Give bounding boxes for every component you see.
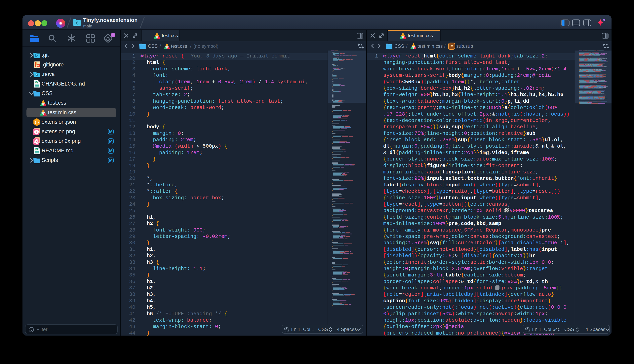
svg-text:{}: {}: [35, 120, 39, 125]
svg-text:M: M: [35, 148, 37, 151]
svg-text:M: M: [35, 80, 37, 84]
svg-text:#: #: [450, 44, 453, 49]
